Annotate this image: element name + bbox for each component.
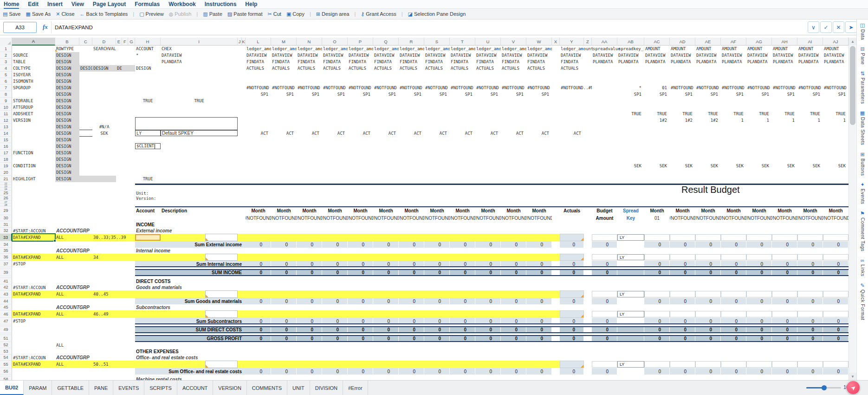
cell-H58[interactable]: Machine rental costs [135,376,238,380]
sidebar-item-buttons[interactable]: ⊞Buttons [860,151,865,176]
select-all-corner[interactable] [0,38,12,46]
cell-Q51[interactable]: 0 [373,335,399,342]
cell-P7[interactable]: #NOTFOUND [348,85,373,91]
toolbar-save-button[interactable]: ▤Save [3,11,20,17]
cell-AE37[interactable]: 0 [695,261,721,267]
column-header-D[interactable]: D [92,38,116,46]
cell-D46[interactable]: 46..49 [92,310,116,318]
cell-AC29[interactable]: Month [644,206,670,215]
cell-S29[interactable]: Month [424,206,450,215]
cell-AA1[interactable]: spreadvalue [592,46,617,52]
cell-AH39[interactable]: 0 [772,269,797,276]
row-header-53[interactable]: 53 [0,348,12,355]
cell-N47[interactable]: 0 [297,318,322,324]
cell-T3[interactable]: FINDATA [450,59,475,65]
cell-AF33[interactable] [721,234,746,241]
cell-V37[interactable]: 0 [501,261,526,267]
cell-M29[interactable]: Month [271,206,297,215]
cell-AI37[interactable]: 0 [797,261,823,267]
cell-AJ44[interactable]: 0 [823,298,849,304]
sheet-tab-gettable[interactable]: GETTABLE [52,381,89,395]
cell-M47[interactable]: 0 [271,318,297,324]
cell-AH12[interactable]: 1 [772,117,797,124]
cell-AF19[interactable]: SEK [721,163,746,169]
toolbar-paste-button[interactable]: ▥Paste [203,11,222,17]
cell-AC12[interactable]: 1#2 [644,117,670,124]
row-header-39[interactable]: 39 [0,269,12,276]
column-header-AF[interactable]: AF [721,38,746,46]
cell-Q30[interactable]: #NOTFOUND [373,215,399,221]
cell-AC49[interactable]: 0 [644,326,670,333]
cell-AC44[interactable]: 0 [644,298,670,304]
cell-H42[interactable]: Goods and materials [135,284,238,290]
cell-U47[interactable]: 0 [475,318,501,324]
cell-U49[interactable]: 0 [475,326,501,333]
cell-N49[interactable]: 0 [297,326,322,333]
cell-AE36[interactable] [695,254,721,260]
row-header-15[interactable]: 15 [0,137,12,143]
menu-item-home[interactable]: Home [4,0,19,9]
cell-C21[interactable] [79,176,92,182]
row-header-14[interactable]: 14 [0,130,12,137]
cell-P47[interactable]: 0 [348,318,373,324]
cell-AD1[interactable]: AMOUNT [670,46,695,52]
cell-AH7[interactable]: #NOTFOUND [772,85,797,91]
cell-AG3[interactable]: PLANDATA [746,59,772,65]
cell-D43[interactable]: 40..45 [92,290,116,298]
cell-B33[interactable]: ALL [55,234,79,241]
cell-B45[interactable]: ACCOUNTGRP [55,304,116,310]
cell-L3[interactable]: FINDATA [246,59,271,65]
row-header-47[interactable]: 47 [0,318,12,324]
cell-Y49[interactable]: 0 [560,326,584,333]
cell-AD8[interactable]: SP1 [670,91,695,98]
cell-T47[interactable]: 0 [450,318,475,324]
cell-AA47[interactable]: 0 [592,318,617,324]
cell-Q49[interactable]: 0 [373,326,399,333]
cell-N56[interactable]: 0 [297,368,322,375]
cell-R8[interactable]: SP1 [399,91,424,98]
cell-AG7[interactable]: #NOTFOUND [746,85,772,91]
cell-AG19[interactable]: SEK [746,163,772,169]
row-header-44[interactable]: 44 [0,298,12,304]
column-header-AA[interactable]: AA [592,38,617,46]
cell-AF8[interactable]: SP1 [721,91,746,98]
cell-Y29[interactable]: Actuals [560,206,584,215]
cell-AA2[interactable]: DATAVIEW [592,52,617,59]
cell-Q39[interactable]: 0 [373,269,399,276]
cell-Q47[interactable]: 0 [373,318,399,324]
cell-Y44[interactable]: 0 [560,298,584,304]
cell-H35[interactable]: Internal income [135,248,238,254]
cell-M3[interactable]: FINDATA [271,59,297,65]
cell-U3[interactable]: FINDATA [475,59,501,65]
toolbar-back-to-templates-button[interactable]: ←Back to Templates [80,11,128,17]
cell-AD11[interactable]: TRUE [670,111,695,117]
cell-I9[interactable]: TRUE [161,98,238,104]
cell-L47[interactable]: 0 [246,318,271,324]
column-header-V[interactable]: V [501,38,526,46]
cell-T39[interactable]: 0 [450,269,475,276]
column-header-AH[interactable]: AH [772,38,797,46]
cell-M49[interactable]: 0 [271,326,297,333]
cell-R34[interactable]: 0 [399,241,424,248]
cell-D33[interactable]: 30..33;35..39 [92,234,116,241]
cell-V29[interactable]: Month [501,206,526,215]
cell-AG34[interactable]: 0 [746,241,772,248]
cell-W39[interactable]: 0 [526,269,552,276]
cell-R1[interactable]: ledger_amount [399,46,424,52]
cell-AH47[interactable]: 0 [772,318,797,324]
column-header-AC[interactable]: AC [644,38,670,46]
cell-M8[interactable]: SP1 [271,91,297,98]
row-header-3[interactable]: 3 [0,59,12,65]
cell-U39[interactable]: 0 [475,269,501,276]
cell-V56[interactable]: 0 [501,368,526,375]
cell-Q29[interactable]: Month [373,206,399,215]
cell-P39[interactable]: 0 [348,269,373,276]
cell-T14[interactable]: ACT [450,130,475,137]
menu-item-view[interactable]: View [71,0,84,9]
cell-AF37[interactable]: 0 [721,261,746,267]
cell-AG11[interactable]: TRUE [746,111,772,117]
cell-AH29[interactable]: Month [772,206,797,215]
cell-O30[interactable]: #NOTFOUND [322,215,348,221]
cell-A54[interactable]: #START:ACCOUN [12,355,55,361]
cell-AF51[interactable]: 0 [721,335,746,342]
